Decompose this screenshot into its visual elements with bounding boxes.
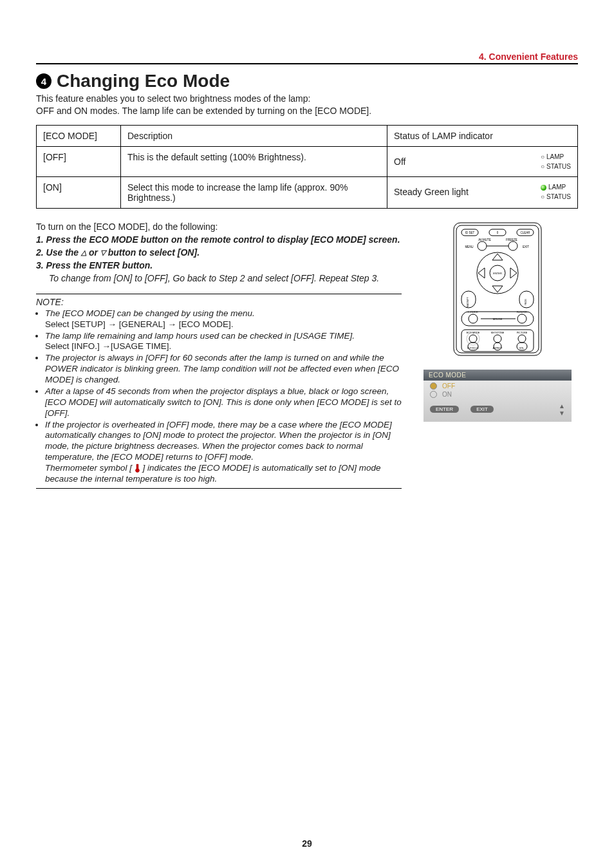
down-arrow-icon: ▽ bbox=[100, 249, 106, 257]
intro-line-2: OFF and ON modes. The lamp life can be e… bbox=[36, 106, 371, 116]
th-status: Status of LAMP indicator bbox=[387, 125, 578, 146]
svg-text:FREEZE: FREEZE bbox=[506, 238, 517, 241]
intro-text: This feature enables you to select two b… bbox=[36, 93, 578, 117]
svg-text:PAGE: PAGE bbox=[525, 298, 527, 305]
note-1: The [ECO MODE] can be changed by using t… bbox=[45, 308, 402, 330]
td-off-mode: [OFF] bbox=[37, 146, 121, 176]
note-4: After a lapse of 45 seconds from when th… bbox=[45, 386, 402, 419]
td-on-desc: Select this mode to increase the lamp li… bbox=[121, 176, 387, 208]
svg-text:L-CLICK: L-CLICK bbox=[468, 310, 478, 314]
section-heading: 4 Changing Eco Mode bbox=[36, 71, 578, 91]
up-arrow-icon: △ bbox=[81, 249, 86, 257]
lamp-led-off-icon: LAMP bbox=[541, 152, 571, 162]
svg-rect-0 bbox=[454, 223, 541, 355]
svg-text:VOL.: VOL. bbox=[519, 347, 525, 350]
eco-mode-dialog: ECO MODE OFF ON ENTER EXIT ▲▼ bbox=[423, 370, 572, 422]
dialog-option-off[interactable]: OFF bbox=[423, 382, 572, 390]
radio-icon bbox=[430, 391, 437, 398]
status-led-off2-icon: STATUS bbox=[541, 192, 571, 202]
svg-text:CLEAR: CLEAR bbox=[520, 231, 530, 234]
dialog-option-on[interactable]: ON bbox=[423, 390, 572, 399]
eco-mode-table: [ECO MODE] Description Status of LAMP in… bbox=[36, 125, 578, 209]
td-off-status: Off LAMP STATUS bbox=[387, 146, 578, 176]
note-5: If the projector is overheated in [OFF] … bbox=[45, 420, 402, 485]
section-number-badge: 4 bbox=[36, 73, 51, 89]
svg-text:ECO MODE: ECO MODE bbox=[467, 332, 480, 334]
svg-text:ID SET: ID SET bbox=[465, 231, 475, 234]
page-number: 29 bbox=[0, 838, 614, 849]
on-status-text: Steady Green light bbox=[394, 187, 469, 197]
svg-text:AV-MUTE: AV-MUTE bbox=[478, 238, 491, 241]
th-description: Description bbox=[121, 125, 387, 146]
note-2: The lamp life remaining and lamp hours u… bbox=[45, 331, 402, 353]
chapter-label: 4. Convenient Features bbox=[36, 52, 578, 64]
svg-text:EXIT: EXIT bbox=[523, 245, 529, 249]
step-3: 3. Press the ENTER button. bbox=[36, 260, 402, 270]
step-3-sub: To change from [ON] to [OFF], Go back to… bbox=[49, 273, 402, 283]
status-led-off-icon: STATUS bbox=[541, 162, 571, 171]
step-1: 1. Press the ECO MODE button on the remo… bbox=[36, 234, 402, 245]
svg-text:KEYSTONE: KEYSTONE bbox=[491, 332, 505, 334]
step-2: 2. Use the △ or ▽ button to select [ON]. bbox=[36, 247, 402, 258]
dialog-off-label: OFF bbox=[442, 382, 455, 390]
section-title: Changing Eco Mode bbox=[57, 71, 230, 91]
radio-selected-icon bbox=[430, 382, 437, 390]
remote-control-illustration: ID SET 0 CLEAR AV-MUTE FREEZE MENU EXIT … bbox=[452, 222, 543, 357]
td-on-status: Steady Green light LAMP STATUS bbox=[387, 176, 578, 208]
indicator-off: LAMP STATUS bbox=[541, 152, 571, 171]
lamp-led-green-icon: LAMP bbox=[541, 182, 571, 192]
intro-line-1: This feature enables you to select two b… bbox=[36, 93, 310, 104]
note-label: NOTE: bbox=[36, 294, 402, 307]
thermometer-icon bbox=[135, 464, 140, 473]
off-status-text: Off bbox=[394, 156, 405, 167]
exit-pill[interactable]: EXIT bbox=[470, 406, 494, 413]
indicator-on: LAMP STATUS bbox=[541, 182, 571, 202]
td-off-desc: This is the default setting (100% Bright… bbox=[121, 146, 387, 176]
th-ecomode: [ECO MODE] bbox=[37, 125, 121, 146]
updown-arrow-icon: ▲▼ bbox=[559, 402, 565, 417]
dialog-on-label: ON bbox=[442, 391, 452, 398]
svg-text:R-CLICK: R-CLICK bbox=[517, 310, 527, 314]
steps-lead: To turn on the [ECO MODE], do the follow… bbox=[36, 222, 402, 232]
svg-text:MENU: MENU bbox=[465, 245, 473, 249]
notes-block: The [ECO MODE] can be changed by using t… bbox=[36, 308, 402, 489]
td-on-mode: [ON] bbox=[37, 176, 121, 208]
svg-text:ENTER: ENTER bbox=[493, 272, 502, 275]
svg-text:MAGNIFY: MAGNIFY bbox=[467, 296, 469, 307]
enter-pill[interactable]: ENTER bbox=[430, 406, 459, 413]
dialog-title: ECO MODE bbox=[423, 370, 572, 381]
note-3: The projector is always in [OFF] for 60 … bbox=[45, 353, 402, 386]
svg-text:PICTURE: PICTURE bbox=[517, 332, 528, 334]
